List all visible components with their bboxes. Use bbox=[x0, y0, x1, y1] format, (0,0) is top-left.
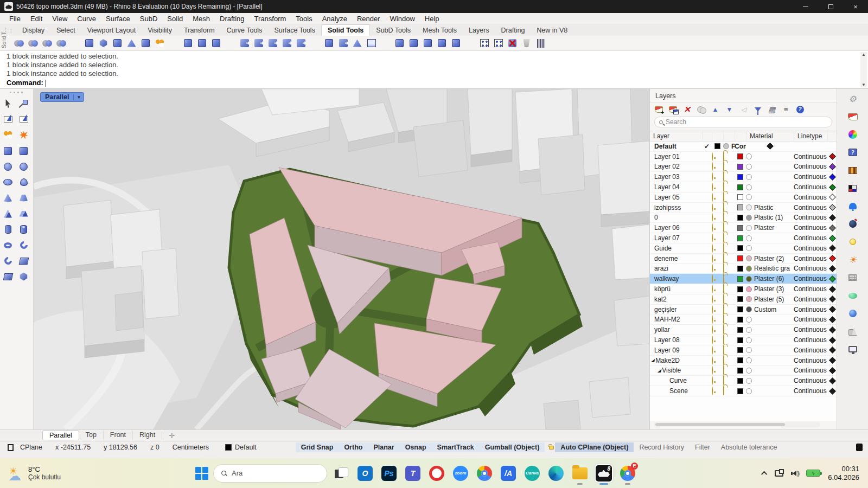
layer-material[interactable]: Plaster (1) bbox=[723, 143, 735, 150]
layer-print-color[interactable] bbox=[829, 153, 836, 160]
layer-lock-icon[interactable] bbox=[723, 346, 724, 355]
layer-visibility-bulb[interactable] bbox=[712, 305, 713, 314]
canva[interactable]: Canva bbox=[523, 464, 541, 483]
current-layer-color[interactable] bbox=[225, 444, 232, 451]
new-sublayer[interactable] bbox=[668, 105, 678, 113]
zoom[interactable]: zoom bbox=[451, 464, 470, 483]
maximize-button[interactable] bbox=[818, 0, 843, 13]
display-modes[interactable] bbox=[847, 344, 859, 355]
current-layer-name[interactable]: Default bbox=[232, 444, 263, 451]
layer-lock-icon[interactable] bbox=[723, 162, 724, 171]
layer-visibility-bulb[interactable] bbox=[712, 366, 713, 375]
layer-linetype[interactable]: Continuous bbox=[794, 194, 827, 201]
layer-color-swatch[interactable] bbox=[737, 368, 743, 374]
layer-lock-icon[interactable] bbox=[723, 274, 724, 283]
layer-color-swatch[interactable] bbox=[737, 357, 743, 363]
viewport-tab-front[interactable]: Front bbox=[104, 431, 133, 440]
layer-row[interactable]: geçişler Custom Continuous bbox=[650, 305, 837, 315]
layer-linetype[interactable]: Continuous bbox=[794, 296, 827, 303]
tab-display[interactable]: Display bbox=[16, 25, 50, 36]
layer-color-swatch[interactable] bbox=[737, 317, 743, 323]
truncated-cone-icon[interactable] bbox=[17, 192, 31, 204]
layer-visibility-bulb[interactable] bbox=[712, 285, 713, 293]
layer-material[interactable] bbox=[746, 194, 794, 200]
viewport-tab-right[interactable]: Right bbox=[133, 431, 162, 440]
layer-color-swatch[interactable] bbox=[714, 143, 720, 149]
sep-icon[interactable] bbox=[224, 37, 237, 50]
tab-subd-tools[interactable]: SubD Tools bbox=[370, 25, 417, 36]
layer-print-color[interactable] bbox=[829, 163, 836, 170]
layer-lock-icon[interactable] bbox=[723, 203, 724, 212]
layer-linetype[interactable]: Continuous bbox=[794, 173, 827, 181]
box-center-icon[interactable] bbox=[209, 37, 223, 50]
layer-material[interactable]: Plaster (2) bbox=[746, 255, 794, 262]
layer-lock-icon[interactable] bbox=[723, 183, 724, 191]
layer-print-color[interactable] bbox=[829, 265, 836, 272]
slab-icon[interactable] bbox=[17, 255, 31, 267]
file-explorer[interactable] bbox=[571, 464, 589, 483]
layer-row[interactable]: MAH-M2 Continuous bbox=[650, 315, 837, 325]
layer-print-color[interactable] bbox=[829, 235, 836, 242]
taskbar-weather-widget[interactable]: ☀☁ 8°C Çok bulutlu bbox=[0, 465, 195, 481]
layer-print-color[interactable] bbox=[767, 143, 774, 150]
layer-visibility-bulb[interactable] bbox=[712, 244, 713, 253]
box-corner-icon[interactable] bbox=[181, 37, 195, 50]
named-views[interactable] bbox=[847, 326, 859, 337]
layer-color-swatch[interactable] bbox=[737, 306, 743, 312]
cutplane-a-icon[interactable] bbox=[1, 113, 15, 125]
viewport-tab-top[interactable]: Top bbox=[79, 431, 104, 440]
sep-icon[interactable] bbox=[379, 37, 392, 50]
network-icon[interactable] bbox=[775, 470, 783, 477]
layer-row[interactable]: Layer 03 Continuous bbox=[650, 172, 837, 182]
layer-print-color[interactable] bbox=[829, 306, 836, 313]
layer-print-color[interactable] bbox=[829, 245, 836, 252]
sphere-plane-icon[interactable] bbox=[17, 160, 31, 172]
pyramid-icon[interactable] bbox=[1, 208, 15, 220]
statusbar-end-icon[interactable] bbox=[856, 444, 863, 451]
viewport-label[interactable]: Parallel ▼ bbox=[40, 92, 84, 102]
sun-study[interactable]: ☀ bbox=[847, 254, 859, 265]
layer-color-swatch[interactable] bbox=[737, 204, 743, 210]
menu-curve[interactable]: Curve bbox=[72, 14, 101, 24]
chamfer-edge-icon[interactable] bbox=[407, 37, 420, 50]
new-viewport-tab-button[interactable]: ✛ bbox=[163, 432, 180, 440]
layer-row[interactable]: ◢Make2D Continuous bbox=[650, 356, 837, 366]
layer-row[interactable]: Layer 07 Continuous bbox=[650, 233, 837, 243]
menu-tools[interactable]: Tools bbox=[291, 14, 317, 24]
layer-material[interactable]: Plastic (1) bbox=[746, 214, 794, 221]
layer-row[interactable]: Layer 02 Continuous bbox=[650, 162, 837, 172]
duplicate-layer[interactable] bbox=[697, 105, 706, 113]
layer-color-swatch[interactable] bbox=[737, 388, 743, 394]
layer-material[interactable] bbox=[746, 347, 794, 353]
tab-solid-tools[interactable]: Solid Tools bbox=[321, 24, 370, 36]
extract-surface-icon[interactable] bbox=[82, 37, 96, 50]
layer-color-swatch[interactable] bbox=[737, 286, 743, 292]
layer-lock-icon[interactable] bbox=[723, 295, 724, 304]
layer-color-swatch[interactable] bbox=[737, 327, 743, 333]
layer-color-swatch[interactable] bbox=[737, 347, 743, 353]
layer-linetype[interactable]: Continuous bbox=[794, 357, 827, 364]
layer-lock-icon[interactable] bbox=[723, 376, 724, 385]
ellipsoid-icon[interactable] bbox=[1, 176, 15, 188]
layer-color-swatch[interactable] bbox=[737, 296, 743, 302]
box-rotated-icon[interactable] bbox=[17, 145, 31, 157]
layer-linetype[interactable]: Continuous bbox=[794, 346, 827, 354]
layer-linetype[interactable]: Continuous bbox=[794, 234, 827, 242]
layer-visibility-bulb[interactable] bbox=[712, 336, 713, 344]
command-area[interactable]: 1 block instance added to selection.1 bl… bbox=[0, 51, 868, 89]
layers-column-header[interactable]: Layer Material Linetype bbox=[650, 131, 837, 142]
turn-on-points-icon[interactable] bbox=[534, 37, 547, 50]
layer-color-swatch[interactable] bbox=[737, 245, 743, 251]
layer-color-swatch[interactable] bbox=[737, 153, 743, 159]
menu-drafting[interactable]: Drafting bbox=[215, 14, 250, 24]
tab-visibility[interactable]: Visibility bbox=[142, 25, 178, 36]
layer-lock-icon[interactable] bbox=[723, 254, 724, 263]
layer-material[interactable] bbox=[746, 174, 794, 180]
select-cursor-icon[interactable] bbox=[1, 98, 15, 110]
viewport-tab-parallel[interactable]: Parallel bbox=[42, 431, 79, 440]
viewport-parallel[interactable]: Parallel ▼ bbox=[34, 89, 649, 429]
layer-row[interactable]: Default ✓ Plaster (1) Continuous bbox=[650, 142, 837, 152]
chrome[interactable] bbox=[475, 464, 494, 483]
layer-lock-icon[interactable] bbox=[723, 315, 724, 324]
cone-icon[interactable] bbox=[1, 192, 15, 204]
